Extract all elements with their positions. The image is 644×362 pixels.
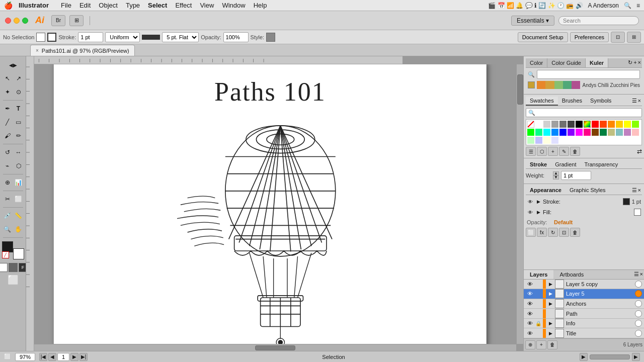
- layers-close-icon[interactable]: ×: [640, 271, 643, 278]
- reduce-appearance-button[interactable]: ⊡: [559, 228, 569, 237]
- delete-appearance-button[interactable]: 🗑: [570, 228, 580, 237]
- close-window-button[interactable]: [5, 18, 11, 24]
- stroke-swatch[interactable]: [47, 33, 56, 42]
- artboards-tab[interactable]: Artboards: [553, 270, 590, 279]
- title-expand[interactable]: ▶: [547, 329, 554, 337]
- normal-screen-mode[interactable]: [0, 263, 8, 272]
- title-lock[interactable]: [535, 329, 542, 337]
- menu-object[interactable]: Object: [95, 2, 122, 9]
- appear-close-icon[interactable]: ×: [638, 187, 641, 194]
- delete-swatch-button[interactable]: 🗑: [570, 147, 580, 156]
- measure-tool[interactable]: 📏: [13, 209, 24, 222]
- menu-select[interactable]: Select: [144, 2, 171, 9]
- first-page-button[interactable]: |◀: [39, 353, 47, 361]
- swatch-magenta[interactable]: [576, 129, 583, 136]
- swatch-none[interactable]: [527, 121, 534, 128]
- swatch-red[interactable]: [592, 121, 599, 128]
- anchors-target[interactable]: [635, 300, 642, 307]
- paintbrush-tool[interactable]: 🖌: [2, 129, 13, 142]
- gradient-tab[interactable]: Gradient: [551, 160, 580, 168]
- none-color[interactable]: ╱: [2, 251, 9, 258]
- swatch-yellow-orange[interactable]: [616, 121, 623, 128]
- layer5-lock[interactable]: [535, 290, 542, 298]
- swatch-50percent[interactable]: [559, 121, 567, 128]
- apple-menu[interactable]: 🍎: [4, 2, 13, 10]
- titlebar-search-input[interactable]: [558, 16, 639, 25]
- canvas-area[interactable]: | | | | | | | | | | | | | | | | | | | | …: [26, 56, 523, 351]
- direct-selection-tool[interactable]: ↗: [13, 72, 24, 85]
- appearance-tab[interactable]: Appearance: [526, 186, 566, 195]
- zoom-input[interactable]: [15, 353, 35, 361]
- layer5copy-visibility[interactable]: 👁: [526, 280, 534, 288]
- menu-window[interactable]: Window: [218, 2, 249, 9]
- stroke-value-field[interactable]: [78, 32, 103, 42]
- canvas-background[interactable]: Paths 101: [34, 64, 523, 351]
- swatch-forest-green[interactable]: [600, 129, 607, 136]
- kuler-item[interactable]: Andys Chilli Zucchini Pies: [528, 81, 640, 89]
- opacity-field[interactable]: [223, 32, 249, 42]
- doc-tab-close[interactable]: ×: [36, 48, 39, 53]
- swatches-close-icon[interactable]: ×: [638, 98, 641, 105]
- prev-page-button[interactable]: ◀: [48, 353, 56, 361]
- fill-visibility-toggle[interactable]: 👁: [527, 209, 534, 216]
- warp-tool[interactable]: ⌁: [2, 159, 13, 172]
- page-number-field[interactable]: [57, 353, 69, 361]
- selection-tool[interactable]: ↖: [2, 72, 13, 85]
- layer-row-path[interactable]: 👁 Path: [524, 309, 644, 319]
- artboard[interactable]: Paths 101: [54, 64, 487, 351]
- layer5copy-expand[interactable]: ▶: [547, 280, 554, 288]
- swatches-tab[interactable]: Swatches: [526, 97, 558, 106]
- swatch-10percent[interactable]: [543, 121, 550, 128]
- stroke-visibility-toggle[interactable]: 👁: [527, 198, 534, 205]
- view-options-button[interactable]: ⊡: [611, 32, 625, 43]
- doc-tab[interactable]: × Paths101.ai @ 97% (RGB/Preview): [30, 45, 135, 56]
- path-visibility[interactable]: 👁: [526, 310, 534, 318]
- stroke-appear-swatch[interactable]: [623, 198, 630, 205]
- zoom-tool[interactable]: 🔍: [2, 223, 13, 236]
- edit-swatch-button[interactable]: ✎: [559, 147, 569, 156]
- swatch-periwinkle[interactable]: [535, 137, 542, 144]
- pencil-tool[interactable]: ✏: [13, 129, 24, 142]
- fill-color[interactable]: [2, 241, 13, 252]
- swatches-right-icon[interactable]: ⇄: [637, 148, 642, 155]
- stroke-tab[interactable]: Stroke: [526, 160, 551, 168]
- swatch-teal-light[interactable]: [616, 129, 623, 136]
- swatch-25percent[interactable]: [551, 121, 558, 128]
- layer-row-layer5copy[interactable]: 👁 ▶ Layer 5 copy: [524, 280, 644, 290]
- add-new-stroke-button[interactable]: ⬜: [526, 228, 536, 237]
- delete-layer-button[interactable]: 🗑: [547, 340, 557, 349]
- swatch-orange[interactable]: [608, 121, 615, 128]
- layers-menu-icon[interactable]: ☰: [634, 271, 639, 278]
- slice-tool[interactable]: ✂: [2, 193, 13, 206]
- vertical-scrollbar[interactable]: [516, 64, 523, 344]
- stroke-cap-dropdown[interactable]: 5 pt. Flat: [162, 32, 199, 42]
- list-icon[interactable]: ≡: [636, 2, 640, 9]
- menu-type[interactable]: Type: [122, 2, 144, 9]
- menu-view[interactable]: View: [196, 2, 218, 9]
- swatch-teal-green[interactable]: [535, 129, 542, 136]
- swatch-hot-pink[interactable]: [584, 129, 591, 136]
- info-target[interactable]: [635, 320, 642, 327]
- swatch-white[interactable]: [535, 121, 542, 128]
- maximize-window-button[interactable]: [22, 18, 28, 24]
- make-sublayer-button[interactable]: ⊕: [525, 340, 535, 349]
- layer5copy-target[interactable]: [635, 281, 642, 288]
- stroke-style-dropdown[interactable]: Uniform: [105, 32, 140, 42]
- symbol-sprayer-tool[interactable]: ⊕: [2, 176, 13, 189]
- preferences-button[interactable]: Preferences: [570, 32, 609, 42]
- title-target[interactable]: [635, 330, 642, 337]
- swatch-cyan[interactable]: [543, 129, 550, 136]
- kuler-search-input[interactable]: [537, 70, 640, 79]
- type-tool[interactable]: T: [13, 102, 24, 115]
- color-tab[interactable]: Color: [526, 58, 547, 67]
- layer-row-layer5[interactable]: 👁 ▶ Layer 5: [524, 289, 644, 299]
- swatch-lavender[interactable]: [624, 129, 631, 136]
- swatch-brown[interactable]: [592, 129, 599, 136]
- menu-help[interactable]: Help: [250, 2, 271, 9]
- appear-menu-icon[interactable]: ☰: [632, 187, 637, 194]
- column-graph-tool[interactable]: 📊: [13, 176, 24, 189]
- stroke-expand-arrow[interactable]: ▶: [536, 198, 541, 205]
- swatch-khaki[interactable]: [608, 129, 615, 136]
- new-color-group-button[interactable]: ⬡: [537, 147, 547, 156]
- transparency-tab[interactable]: Transparency: [580, 160, 622, 168]
